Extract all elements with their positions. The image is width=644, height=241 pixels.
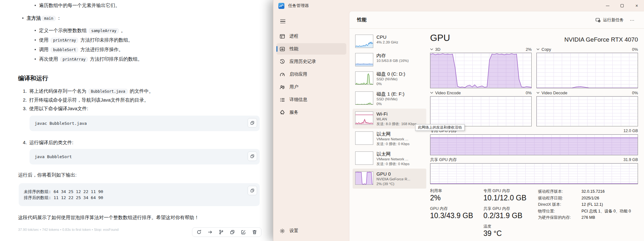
chevron-down-icon[interactable] [536, 48, 540, 50]
regenerate-button[interactable] [196, 230, 202, 235]
bullet-item: 再次使用 printArray 方法打印排序后的数组。 [35, 56, 260, 63]
chevron-down-icon[interactable] [536, 91, 540, 94]
paragraph: 运行后，你将看到如下输出: [18, 172, 260, 178]
perf-item-cpu[interactable]: CPU4% 2.39 GHz [353, 32, 426, 50]
step-item: 1. 将上述代码保存到一个名为 BubbleSort.java 的文件中。 [23, 88, 260, 95]
chevron-down-icon[interactable] [430, 91, 433, 94]
stat-dedicated-memory: 专用 GPU 内存 10.1/12.0 GB [483, 188, 538, 202]
sidebar-item-details[interactable]: 详细信息 [276, 94, 346, 105]
more-options-button[interactable]: … [627, 16, 638, 23]
closing-paragraph: 这段代码展示了如何使用冒泡排序算法对一个整数数组进行排序。希望这对你有帮助！ [18, 215, 260, 221]
bullet-dot [35, 49, 36, 50]
maximize-button[interactable] [615, 0, 629, 11]
perf-item-disk1[interactable]: 磁盘 1 (E: F:)SSD (NVMe)0% [353, 89, 426, 109]
chart-value: 2% [526, 47, 532, 52]
chart-value: 0% [632, 90, 638, 95]
chart-value: 0% [632, 47, 638, 52]
driver-info-row: 驱动程序日期:2025/1/26 [538, 195, 638, 202]
network-tooltip: 此网络上的发送和接收活动 [415, 124, 465, 131]
delete-button[interactable] [252, 230, 257, 235]
gpu-copy-chart [536, 53, 638, 88]
sidebar-item-users[interactable]: 用户 [276, 81, 346, 93]
menu-toggle-button[interactable] [278, 17, 288, 26]
gpu-video-encode-chart [430, 96, 532, 126]
sidebar-item-processes[interactable]: 进程 [276, 30, 346, 42]
memory-capacity: 31.9 GB [623, 157, 638, 162]
driver-info-row: 为硬件保留的内存:276 MB [538, 214, 638, 221]
perf-item-ethernet-2[interactable]: 以太网VMware Network ...发送: 0 接收: 0 Kbps [353, 149, 426, 169]
inline-code: printArray [51, 38, 78, 43]
run-new-task-label: 运行新任务 [603, 17, 624, 23]
sidebar-item-label: 性能 [289, 46, 298, 52]
code-block-output: 未排序的数组: 64 34 25 12 22 11 90 排序后的数组: 11 … [19, 183, 260, 206]
perf-item-memory[interactable]: 内存10.5/63.8 GB (16%) [353, 50, 426, 69]
copy-button[interactable] [230, 230, 235, 235]
wifi-mini-chart [355, 111, 373, 125]
sidebar-item-settings[interactable]: 设置 [276, 225, 346, 237]
step-item: 2. 打开终端或命令提示符，导航到该Java文件所在的目录。 [23, 97, 260, 103]
stat-shared-memory: 共享 GPU 内存 0.2/31.9 GB [483, 206, 538, 220]
chart-header-video-encode: Video Encode 0% [430, 89, 532, 96]
continue-icon [208, 230, 213, 235]
chat-panel: 遍历数组中的每一个元素并输出它们。 主方法main： 定义一个示例整数数组 sa… [0, 0, 274, 241]
driver-info: 驱动程序版本:32.0.15.7216 驱动程序日期:2025/1/26 Dir… [538, 188, 638, 241]
bullet-text: 使用 printArray 方法打印未排序的数组。 [39, 37, 133, 44]
processes-icon [280, 34, 285, 39]
copy-code-button[interactable] [248, 186, 257, 195]
inline-code: bubbleSort [51, 47, 78, 52]
copy-icon [230, 230, 235, 235]
gpu-title: GPU [430, 32, 450, 43]
bullet-text: 定义一个示例整数数组 sampleArray 。 [39, 27, 126, 34]
inline-code: sampleArray [89, 28, 118, 33]
task-manager-app-icon [278, 3, 284, 9]
copy-code-button[interactable] [248, 151, 257, 161]
output-line: 未排序的数组: 64 34 25 12 22 11 90 [24, 189, 255, 195]
perf-item-ethernet-1[interactable]: 以太网VMware Network ...发送: 0 接收: 0 Kbps [353, 129, 426, 149]
window-controls: × [600, 0, 644, 11]
ethernet-mini-chart [355, 131, 373, 145]
run-new-task-button[interactable]: 运行新任务 [592, 15, 627, 25]
performance-list: CPU4% 2.39 GHz 内存10.5/63.8 GB (16%) 磁盘 0… [349, 32, 426, 241]
bullet-dot [35, 5, 36, 6]
branch-icon [219, 230, 224, 235]
branch-button[interactable] [219, 230, 224, 235]
window-title: 任务管理器 [288, 3, 309, 9]
inline-code: printArray [60, 57, 88, 62]
step-item: 3. 使用以下命令编译Java文件: [23, 105, 260, 112]
bullet-text: 遍历数组中的每一个元素并输出它们。 [39, 2, 120, 9]
minimize-button[interactable] [600, 0, 615, 11]
gpu-video-decode-chart [536, 96, 638, 126]
sidebar-item-services[interactable]: 服务 [276, 107, 346, 118]
copy-icon [250, 121, 255, 125]
perf-item-disk0[interactable]: 磁盘 0 (C: D:)SSD (NVMe)0% [353, 69, 426, 89]
close-button[interactable]: × [629, 0, 644, 11]
bullet-item: 遍历数组中的每一个元素并输出它们。 [35, 2, 260, 9]
edit-icon [241, 230, 246, 235]
continue-button[interactable] [208, 230, 213, 235]
main-header: 性能 运行新任务 … [349, 11, 644, 29]
sidebar: 进程 性能 应用历史记录 启动应用 [273, 11, 349, 241]
output-line: 排序后的数组: 11 12 22 25 34 64 90 [24, 195, 255, 201]
startup-apps-icon [280, 72, 285, 77]
run-new-task-icon [595, 17, 601, 23]
title-bar[interactable]: 任务管理器 × [273, 0, 644, 11]
cpu-mini-chart [355, 35, 373, 48]
copy-code-button[interactable] [248, 118, 257, 128]
edit-button[interactable] [241, 230, 246, 235]
chart-header-copy: Copy 0% [536, 46, 638, 53]
sidebar-item-label: 设置 [289, 228, 298, 234]
sidebar-item-label: 服务 [289, 110, 298, 115]
section-heading: 编译和运行 [18, 74, 260, 83]
sidebar-item-performance[interactable]: 性能 [276, 43, 346, 55]
chevron-down-icon[interactable] [430, 48, 433, 50]
hamburger-icon [280, 19, 285, 20]
sidebar-item-startup-apps[interactable]: 启动应用 [276, 69, 346, 80]
trash-icon [252, 230, 257, 235]
stat-temperature: 温度 39 °C [483, 224, 538, 238]
sidebar-item-app-history[interactable]: 应用历史记录 [276, 56, 346, 67]
dedicated-gpu-memory-chart [430, 134, 638, 155]
sidebar-item-label: 应用历史记录 [289, 59, 316, 64]
perf-item-gpu0[interactable]: GPU 0NVIDIA GeForce R...2% (39 °C) [353, 169, 426, 189]
chart-header-3d: 3D 2% [430, 46, 532, 53]
disk1-mini-chart [355, 91, 373, 105]
